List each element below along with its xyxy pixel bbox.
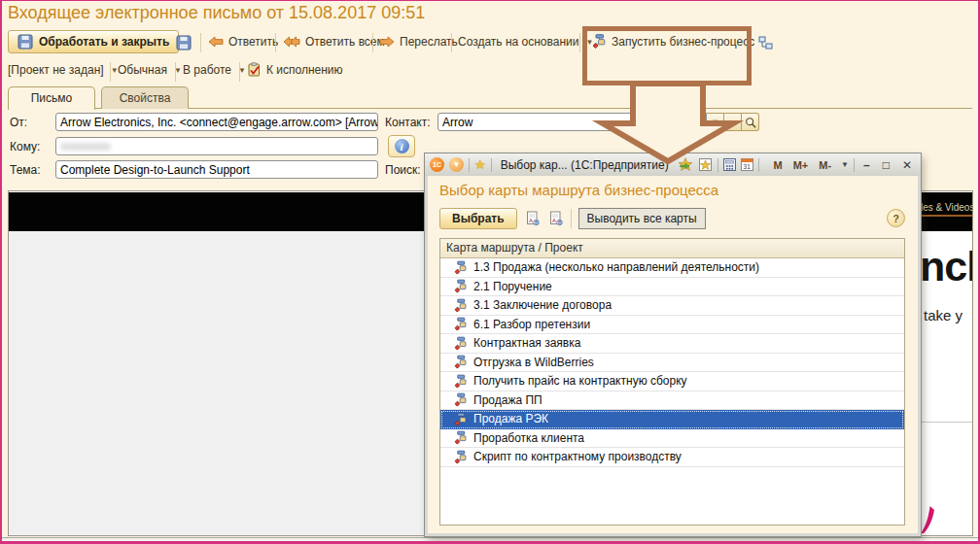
select-button-label: Выбрать [452,212,505,225]
table-row[interactable]: Проработка клиента [440,429,904,449]
contact-more-button[interactable]: ... [724,113,742,131]
to-execution-label: К исполнению [266,63,343,77]
table-row[interactable]: Контрактная заявка [440,334,904,354]
business-process-icon [454,374,468,389]
business-process-icon [454,336,468,351]
start-business-process-label: Запустить бизнес-процесс [612,35,754,49]
to-field[interactable] [55,137,378,155]
table-row-selected[interactable]: Продажа РЭК [440,410,904,429]
reply-label: Ответить [228,35,278,49]
memory-m-minus-button[interactable]: M- [816,159,834,171]
business-process-icon [454,392,468,407]
hierarchy-icon [758,36,774,50]
create-based-on-button[interactable]: Создать на основании ▼ [458,35,593,49]
calendar-icon[interactable] [741,158,753,171]
contact-field[interactable]: Arrow [438,113,707,131]
project-label: [Проект не задан] [8,63,104,77]
route-map-dialog: 1С ▼ ★ Выбор кар... (1С:Предприятие) M M… [425,153,921,536]
show-all-maps-button[interactable]: Выводить все карты [578,208,706,229]
dialog-body: Выбор карты маршрута бизнес-процесса Выб… [428,176,918,533]
save-icon [176,35,192,51]
star-doc-icon[interactable] [698,157,713,172]
status-label: В работе [183,63,231,77]
table-column-header[interactable]: Карта маршрута / Проект [440,239,904,258]
hierarchy-button[interactable] [754,31,778,54]
copy-a-icon[interactable] [524,210,541,226]
from-label: От: [10,116,27,129]
tab-letter-label: Письмо [31,91,73,105]
business-process-icon [454,298,468,313]
reply-all-button[interactable]: Ответить всем [283,35,385,49]
start-business-process-button[interactable]: Запустить бизнес-процесс [592,34,754,49]
forward-icon [379,36,395,48]
business-process-icon [454,450,468,464]
main-toolbar: Обработать и закрыть Ответить Ответить в… [0,28,980,55]
table-row[interactable]: 1.3 Продажа (несколько направлений деяте… [440,258,904,278]
redacted-recipient [60,143,111,151]
minimize-button[interactable]: – [859,158,874,172]
maximize-button[interactable]: □ [879,158,893,172]
save-button[interactable] [172,31,195,54]
email-headline-fragment: nch [920,243,973,290]
table-row[interactable]: Продажа ПП [440,391,904,411]
subject-field[interactable]: Complete Design-to-Launch Support [55,160,378,179]
page-title: Входящее электронное письмо от 15.08.201… [8,3,425,23]
table-row[interactable]: 2.1 Поручение [440,278,904,297]
email-pink-graphic [920,506,937,533]
contact-field-buttons: ▼ ... [707,113,759,131]
window-bottom-edge [0,537,980,544]
project-selector[interactable]: [Проект не задан] ▼ [8,63,119,77]
forward-button[interactable]: Переслать [379,35,458,49]
to-label: Кому: [10,140,40,153]
business-process-icon [454,279,468,293]
reply-all-icon [283,36,300,48]
calculator-icon[interactable] [723,158,736,171]
star-arrow-icon[interactable] [678,157,693,172]
favorites-star-icon[interactable]: ★ [474,158,486,171]
table-row[interactable]: 3.1 Заключение договора [440,296,904,316]
show-all-maps-label: Выводить все карты [587,212,697,225]
table-row[interactable]: Отгрузка в WildBerries [440,354,904,373]
1c-logo-icon[interactable]: 1С [430,157,444,172]
save-close-icon [18,34,33,50]
importance-selector[interactable]: Обычная ▼ [118,63,182,77]
email-divider [920,422,973,423]
tab-properties[interactable]: Свойства [101,86,189,109]
process-and-close-button[interactable]: Обработать и закрыть [8,30,179,53]
memory-m-plus-button[interactable]: M+ [790,159,812,171]
close-button[interactable]: ✕ [898,158,916,172]
reply-icon [208,36,224,48]
select-button[interactable]: Выбрать [439,208,517,229]
copy-b-icon[interactable] [547,210,564,226]
business-process-icon [454,317,468,331]
create-based-on-label: Создать на основании [458,35,579,49]
memory-m-button[interactable]: M [770,159,785,171]
menu-chevron-icon[interactable]: ▼ [449,157,464,172]
contact-search-button[interactable] [742,113,759,131]
titlebar-chevron-icon[interactable]: ▼ [841,160,849,169]
business-process-icon [454,430,468,445]
contact-dropdown-button[interactable]: ▼ [707,113,724,131]
tab-letter[interactable]: Письмо [8,86,95,110]
table-row[interactable]: Скрипт по контрактному производству [440,448,904,467]
subject-label: Тема: [10,163,41,177]
info-button[interactable]: i [388,135,415,157]
from-field[interactable]: Arrow Electronics, Inc. <connect@engage.… [55,113,378,131]
business-process-icon [454,412,468,426]
tab-properties-label: Свойства [120,91,171,105]
help-button[interactable]: ? [887,209,905,227]
table-row[interactable]: 6.1 Разбор претензии [440,316,904,335]
properties-toolbar: [Проект не задан] ▼ Обычная ▼ В работе ▼… [0,59,980,85]
table-row[interactable]: Получить прайс на контрактную сборку [440,372,904,391]
magnifier-icon [745,117,756,128]
email-nav-link[interactable]: les & Videos [921,202,973,217]
dialog-toolbar: Выбрать Выводить все карты [439,206,706,230]
status-selector[interactable]: В работе ▼ [183,63,246,77]
dialog-titlebar[interactable]: 1С ▼ ★ Выбор кар... (1С:Предприятие) M M… [425,153,921,176]
to-execution-button[interactable]: К исполнению [247,62,343,77]
route-map-table: Карта маршрута / Проект 1.3 Продажа (нес… [439,238,905,526]
reply-button[interactable]: Ответить [208,35,278,49]
email-text-fragment: take y [924,307,962,323]
business-process-icon [592,34,607,49]
search-label: Поиск: [385,163,421,177]
